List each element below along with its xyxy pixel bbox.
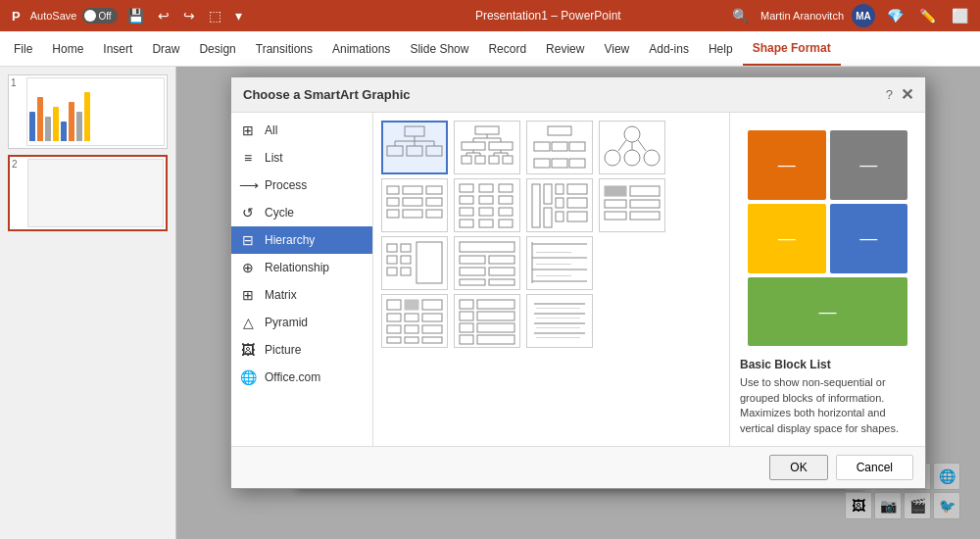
svg-text:——————: —————— bbox=[536, 272, 571, 278]
user-name: Martin Aranovitch bbox=[760, 10, 844, 22]
pen-icon[interactable]: ✏️ bbox=[915, 6, 940, 25]
category-panel: ⊞ All ≡ List ⟶ Process ↺ bbox=[231, 113, 373, 446]
tab-review[interactable]: Review bbox=[536, 31, 594, 66]
preview-description: Use to show non-sequential or grouped bl… bbox=[740, 375, 915, 436]
undo-icon[interactable]: ↩ bbox=[154, 6, 173, 25]
svg-rect-114 bbox=[460, 323, 473, 332]
cat-process[interactable]: ⟶ Process bbox=[231, 172, 372, 199]
svg-rect-28 bbox=[548, 126, 571, 135]
cancel-button[interactable]: Cancel bbox=[836, 455, 913, 480]
svg-rect-107 bbox=[422, 314, 442, 321]
tab-draw[interactable]: Draw bbox=[142, 31, 189, 66]
officecom-icon: 🌐 bbox=[239, 369, 257, 385]
tab-home[interactable]: Home bbox=[42, 31, 93, 66]
cat-cycle[interactable]: ↺ Cycle bbox=[231, 199, 372, 226]
svg-rect-48 bbox=[426, 186, 442, 194]
customize-icon[interactable]: ▾ bbox=[231, 6, 246, 25]
svg-rect-64 bbox=[544, 184, 552, 204]
tab-help[interactable]: Help bbox=[699, 31, 743, 66]
svg-point-37 bbox=[624, 150, 640, 166]
autosave-toggle[interactable]: Off bbox=[82, 8, 118, 24]
graphic-5[interactable] bbox=[381, 178, 448, 232]
graphic-7[interactable] bbox=[526, 178, 593, 232]
slide-2-thumb[interactable]: 2 bbox=[8, 155, 168, 231]
graphic-12[interactable] bbox=[381, 294, 448, 348]
cat-process-label: Process bbox=[265, 178, 307, 192]
user-avatar[interactable]: MA bbox=[852, 4, 875, 27]
cat-officecom[interactable]: 🌐 Office.com bbox=[231, 364, 372, 391]
save-icon[interactable]: 💾 bbox=[123, 6, 148, 25]
svg-rect-49 bbox=[426, 198, 442, 206]
graphic-8[interactable] bbox=[599, 178, 665, 232]
graphic-9[interactable] bbox=[381, 236, 448, 290]
svg-rect-52 bbox=[460, 196, 473, 204]
process-icon: ⟶ bbox=[239, 177, 257, 193]
cat-cycle-label: Cycle bbox=[265, 206, 294, 220]
svg-rect-42 bbox=[387, 186, 399, 194]
dialog-footer: OK Cancel bbox=[231, 446, 925, 488]
cat-all[interactable]: ⊞ All bbox=[231, 117, 372, 144]
svg-rect-110 bbox=[405, 337, 418, 343]
svg-rect-13 bbox=[475, 156, 485, 164]
svg-rect-29 bbox=[534, 142, 550, 151]
title-bar-left: P AutoSave Off 💾 ↩ ↪ ⬚ ▾ bbox=[8, 6, 368, 25]
svg-rect-14 bbox=[489, 156, 499, 164]
svg-rect-63 bbox=[532, 184, 540, 227]
help-button[interactable]: ? bbox=[886, 87, 893, 102]
graphic-14[interactable]: ————————— ————————— ————————— ————————— bbox=[526, 294, 593, 348]
slide-panel: 1 2 bbox=[0, 67, 176, 539]
redo-icon[interactable]: ↪ bbox=[179, 6, 199, 25]
toggle-state: Off bbox=[98, 11, 111, 22]
svg-rect-54 bbox=[460, 220, 473, 227]
svg-rect-62 bbox=[499, 220, 513, 227]
close-button[interactable]: ✕ bbox=[901, 85, 913, 104]
preview-block-gray: — bbox=[830, 130, 908, 200]
restore-icon[interactable]: ⬜ bbox=[948, 6, 972, 25]
graphic-11[interactable]: —————— —————— —————— bbox=[526, 236, 593, 290]
tab-slideshow[interactable]: Slide Show bbox=[400, 31, 478, 66]
svg-rect-118 bbox=[477, 323, 514, 332]
graphic-org-chart[interactable] bbox=[381, 121, 448, 174]
svg-rect-108 bbox=[405, 325, 418, 333]
diamond-icon[interactable]: 💎 bbox=[883, 6, 907, 25]
ok-button[interactable]: OK bbox=[769, 455, 827, 480]
graphic-4[interactable] bbox=[599, 121, 665, 174]
graphic-13[interactable] bbox=[454, 294, 520, 348]
cat-matrix-label: Matrix bbox=[265, 288, 297, 302]
svg-rect-104 bbox=[405, 300, 418, 310]
svg-rect-79 bbox=[401, 244, 411, 252]
cat-hierarchy[interactable]: ⊟ Hierarchy bbox=[231, 226, 372, 254]
tab-record[interactable]: Record bbox=[478, 31, 536, 66]
svg-text:—————————: ————————— bbox=[536, 334, 580, 340]
svg-rect-87 bbox=[489, 256, 514, 264]
svg-rect-88 bbox=[460, 268, 485, 275]
search-icon[interactable]: 🔍 bbox=[728, 6, 753, 25]
tab-insert[interactable]: Insert bbox=[93, 31, 142, 66]
graphic-3[interactable] bbox=[526, 121, 593, 174]
tab-view[interactable]: View bbox=[594, 31, 639, 66]
graphic-6[interactable] bbox=[454, 178, 520, 232]
svg-rect-45 bbox=[403, 186, 422, 194]
graphic-2[interactable] bbox=[454, 121, 520, 174]
hierarchy-10-svg bbox=[458, 240, 516, 287]
tab-addins[interactable]: Add-ins bbox=[639, 31, 699, 66]
tab-transitions[interactable]: Transitions bbox=[246, 31, 322, 66]
cat-matrix[interactable]: ⊞ Matrix bbox=[231, 281, 372, 309]
svg-rect-84 bbox=[416, 242, 442, 283]
tab-file[interactable]: File bbox=[4, 31, 42, 66]
slide-1-thumb[interactable]: 1 bbox=[8, 74, 168, 149]
cat-picture[interactable]: 🖼 Picture bbox=[231, 336, 372, 364]
preview-name: Basic Block List bbox=[740, 358, 915, 371]
svg-rect-1 bbox=[387, 146, 403, 156]
cat-pyramid[interactable]: △ Pyramid bbox=[231, 309, 372, 336]
graphic-10[interactable] bbox=[454, 236, 520, 290]
view-icon[interactable]: ⬚ bbox=[205, 6, 225, 25]
tab-animations[interactable]: Animations bbox=[322, 31, 400, 66]
tab-shape-format[interactable]: Shape Format bbox=[743, 31, 841, 66]
cat-list[interactable]: ≡ List bbox=[231, 144, 372, 172]
svg-rect-67 bbox=[556, 198, 564, 208]
cat-relationship[interactable]: ⊕ Relationship bbox=[231, 254, 372, 281]
tab-design[interactable]: Design bbox=[189, 31, 245, 66]
svg-rect-72 bbox=[605, 186, 626, 196]
dialog-title: Choose a SmartArt Graphic bbox=[243, 87, 411, 102]
